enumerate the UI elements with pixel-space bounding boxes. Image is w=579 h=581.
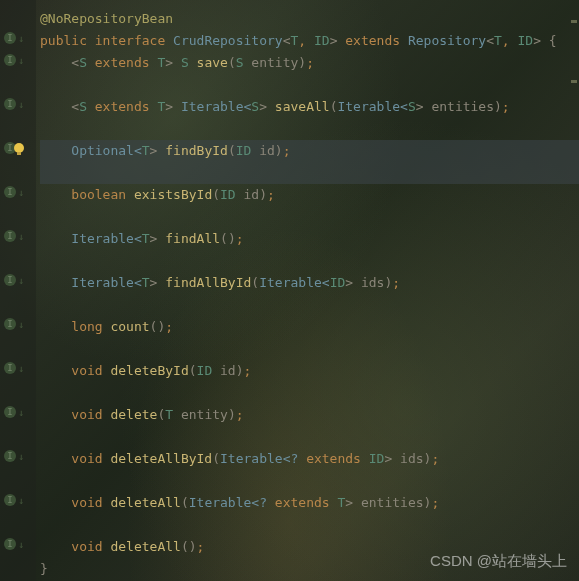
code-line-highlighted: Optional<T> findById(ID id); xyxy=(40,140,579,184)
scrollbar[interactable] xyxy=(569,0,579,581)
watermark: CSDN @站在墙头上 xyxy=(430,550,567,571)
code-line: Iterable<T> findAllById(Iterable<ID> ids… xyxy=(40,272,579,316)
code-line: void delete(T entity); xyxy=(40,404,579,448)
annotation: @NoRepositoryBean xyxy=(40,11,173,26)
code-line: long count(); xyxy=(40,316,579,360)
code-line: Iterable<T> findAll(); xyxy=(40,228,579,272)
code-line: void deleteAll(Iterable<? extends T> ent… xyxy=(40,492,579,536)
code-line: void deleteById(ID id); xyxy=(40,360,579,404)
code-line: boolean existsById(ID id); xyxy=(40,184,579,228)
svg-rect-27 xyxy=(17,152,21,155)
scrollbar-mark xyxy=(571,80,577,83)
svg-point-26 xyxy=(14,143,24,153)
code-editor: I ↓ I ↓ I ↓ I ↓ I ↓ I ↓ I ↓ I ↓ I ↓ I ↓ … xyxy=(0,0,579,581)
code-line: @NoRepositoryBean xyxy=(40,8,579,30)
code-content[interactable]: @NoRepositoryBean public interface CrudR… xyxy=(36,0,579,580)
code-line: <S extends T> Iterable<S> saveAll(Iterab… xyxy=(40,96,579,140)
code-line: void deleteAllById(Iterable<? extends ID… xyxy=(40,448,579,492)
code-line: <S extends T> S save(S entity); xyxy=(40,52,579,96)
intention-bulb-icon[interactable] xyxy=(12,142,26,161)
scrollbar-mark xyxy=(571,20,577,23)
code-line: public interface CrudRepository<T, ID> e… xyxy=(40,30,579,52)
gutter xyxy=(0,0,36,581)
